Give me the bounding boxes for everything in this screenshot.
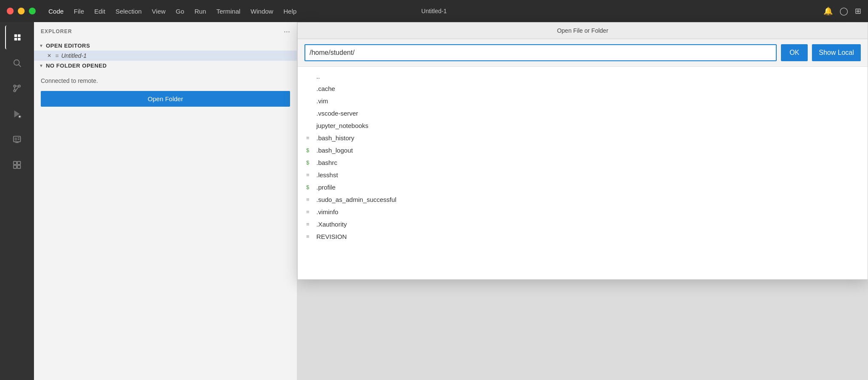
open-file-dialog: Open File or Folder OK Show Local ...cac… bbox=[297, 22, 868, 280]
menu-run[interactable]: Run bbox=[190, 6, 211, 17]
search-activity-icon[interactable] bbox=[5, 51, 29, 75]
list-item[interactable]: $.bash_logout bbox=[298, 144, 868, 156]
file-name: .bashrc bbox=[316, 159, 337, 166]
svg-rect-3 bbox=[18, 38, 20, 40]
menu-window[interactable]: Window bbox=[246, 6, 277, 17]
file-name: .lesshst bbox=[316, 171, 338, 179]
file-icon: ≡ bbox=[306, 135, 313, 141]
open-editors-arrow: ▼ bbox=[39, 43, 43, 48]
editor-area: Open File or Folder OK Show Local ...cac… bbox=[297, 22, 868, 380]
list-item[interactable]: $.profile bbox=[298, 181, 868, 193]
svg-rect-18 bbox=[14, 162, 17, 164]
file-icon: $ bbox=[306, 147, 313, 153]
main-container: EXPLORER ··· ▼ OPEN EDITORS ✕ ≡ Untitled… bbox=[0, 22, 868, 380]
explorer-activity-icon[interactable] bbox=[5, 26, 29, 49]
sidebar-menu-icon[interactable]: ··· bbox=[284, 27, 290, 36]
source-control-activity-icon[interactable] bbox=[5, 77, 29, 100]
file-type-icon: ≡ bbox=[55, 52, 59, 59]
list-item[interactable]: .cache bbox=[298, 82, 868, 95]
menu-terminal[interactable]: Terminal bbox=[212, 6, 245, 17]
file-list: ...cache.vim.vscode-serverjupyter_notebo… bbox=[298, 67, 868, 279]
file-name: .bash_history bbox=[316, 134, 354, 142]
menu-file[interactable]: File bbox=[70, 6, 88, 17]
list-item[interactable]: ≡REVISION bbox=[298, 230, 868, 243]
menu-go[interactable]: Go bbox=[172, 6, 189, 17]
sidebar: EXPLORER ··· ▼ OPEN EDITORS ✕ ≡ Untitled… bbox=[34, 22, 297, 380]
svg-rect-14 bbox=[15, 138, 17, 140]
svg-line-5 bbox=[19, 65, 21, 67]
menu-selection[interactable]: Selection bbox=[111, 6, 146, 17]
file-name: .vim bbox=[316, 97, 328, 105]
open-editors-section[interactable]: ▼ OPEN EDITORS bbox=[34, 41, 297, 51]
svg-rect-20 bbox=[14, 165, 17, 168]
list-item[interactable]: .vscode-server bbox=[298, 107, 868, 119]
path-input[interactable] bbox=[304, 44, 777, 61]
sidebar-header: EXPLORER ··· bbox=[34, 22, 297, 41]
file-name: .Xauthority bbox=[316, 221, 347, 228]
notification-icon[interactable]: 🔔 bbox=[823, 6, 833, 16]
no-folder-label: NO FOLDER OPENED bbox=[46, 62, 107, 69]
layout-icon[interactable]: ⊞ bbox=[855, 6, 861, 16]
file-icon: $ bbox=[306, 159, 313, 166]
extensions-activity-icon[interactable] bbox=[5, 153, 29, 177]
list-item[interactable]: ≡.Xauthority bbox=[298, 218, 868, 230]
file-name: .cache bbox=[316, 85, 335, 92]
menu-code[interactable]: Code bbox=[44, 6, 68, 17]
file-icon: $ bbox=[306, 184, 313, 190]
svg-rect-1 bbox=[18, 34, 20, 37]
list-item[interactable]: ≡.lesshst bbox=[298, 169, 868, 181]
maximize-button[interactable] bbox=[29, 8, 36, 14]
menu-edit[interactable]: Edit bbox=[90, 6, 110, 17]
run-activity-icon[interactable] bbox=[5, 102, 29, 126]
svg-point-8 bbox=[14, 90, 16, 92]
file-name: jupyter_notebooks bbox=[316, 122, 369, 129]
title-bar: Code File Edit Selection View Go Run Ter… bbox=[0, 0, 868, 22]
activity-bar bbox=[0, 22, 34, 380]
file-icon: ≡ bbox=[306, 221, 313, 227]
list-item[interactable]: jupyter_notebooks bbox=[298, 119, 868, 132]
svg-point-4 bbox=[14, 60, 20, 65]
no-folder-arrow: ▼ bbox=[39, 63, 43, 68]
svg-point-6 bbox=[14, 85, 16, 87]
svg-rect-0 bbox=[14, 34, 17, 37]
file-icon: ≡ bbox=[306, 209, 313, 215]
connected-text: Connected to remote. bbox=[41, 77, 290, 84]
list-item[interactable]: ≡.bash_history bbox=[298, 132, 868, 144]
dialog-title-bar: Open File or Folder bbox=[298, 23, 868, 39]
file-name: .bash_logout bbox=[316, 147, 353, 154]
svg-rect-19 bbox=[17, 162, 20, 164]
no-folder-content: Connected to remote. Open Folder bbox=[34, 71, 297, 113]
list-item[interactable]: .vim bbox=[298, 95, 868, 107]
file-name: .viminfo bbox=[316, 208, 338, 216]
open-editors-label: OPEN EDITORS bbox=[46, 43, 90, 49]
svg-rect-2 bbox=[14, 38, 17, 40]
menu-view[interactable]: View bbox=[148, 6, 170, 17]
file-icon: ≡ bbox=[306, 172, 313, 178]
menu-help[interactable]: Help bbox=[279, 6, 301, 17]
list-item[interactable]: ≡.viminfo bbox=[298, 206, 868, 218]
remote-activity-icon[interactable] bbox=[5, 128, 29, 151]
explorer-title: EXPLORER bbox=[41, 28, 72, 34]
file-name: .sudo_as_admin_successful bbox=[316, 196, 396, 203]
file-icon: ≡ bbox=[306, 233, 313, 240]
file-close-icon[interactable]: ✕ bbox=[46, 52, 53, 59]
svg-point-7 bbox=[18, 85, 20, 87]
list-item[interactable]: $.bashrc bbox=[298, 156, 868, 169]
untitled-file-item[interactable]: ✕ ≡ Untitled-1 bbox=[34, 51, 297, 61]
file-name: REVISION bbox=[316, 233, 347, 240]
show-local-button[interactable]: Show Local bbox=[812, 44, 861, 61]
svg-rect-21 bbox=[17, 165, 20, 168]
profile-icon[interactable]: ◯ bbox=[840, 6, 848, 16]
menu-bar: Code File Edit Selection View Go Run Ter… bbox=[44, 6, 301, 17]
list-item[interactable]: .. bbox=[298, 70, 868, 82]
minimize-button[interactable] bbox=[18, 8, 25, 14]
no-folder-section[interactable]: ▼ NO FOLDER OPENED bbox=[34, 61, 297, 71]
open-folder-button[interactable]: Open Folder bbox=[41, 91, 290, 107]
file-name: .. bbox=[316, 73, 320, 80]
file-name: .vscode-server bbox=[316, 110, 358, 117]
title-bar-icons: 🔔 ◯ ⊞ bbox=[823, 6, 861, 16]
ok-button[interactable]: OK bbox=[781, 44, 808, 61]
dialog-header: OK Show Local bbox=[298, 39, 868, 67]
close-button[interactable] bbox=[7, 8, 14, 14]
list-item[interactable]: ≡.sudo_as_admin_successful bbox=[298, 193, 868, 206]
